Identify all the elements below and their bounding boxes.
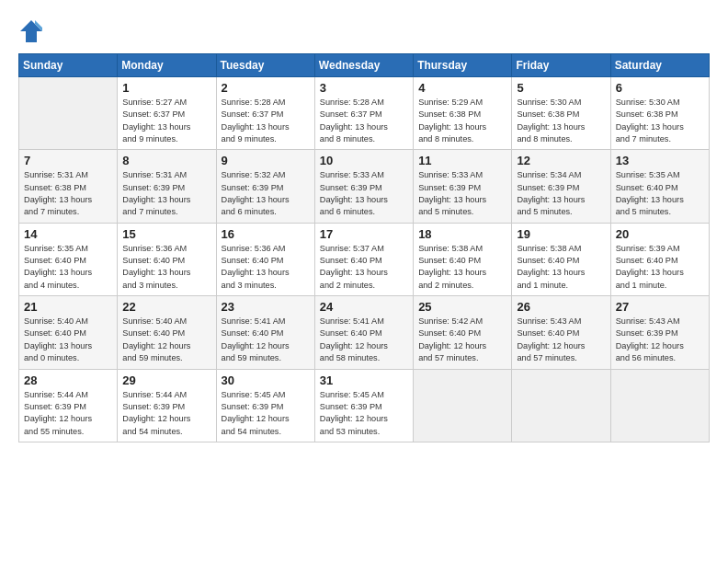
calendar-cell: 30Sunrise: 5:45 AM Sunset: 6:39 PM Dayli… bbox=[216, 369, 314, 442]
calendar-cell: 3Sunrise: 5:28 AM Sunset: 6:37 PM Daylig… bbox=[314, 77, 413, 150]
header-row: SundayMondayTuesdayWednesdayThursdayFrid… bbox=[19, 54, 710, 77]
calendar-cell: 29Sunrise: 5:44 AM Sunset: 6:39 PM Dayli… bbox=[118, 369, 216, 442]
day-info: Sunrise: 5:45 AM Sunset: 6:39 PM Dayligh… bbox=[320, 389, 408, 438]
day-info: Sunrise: 5:39 AM Sunset: 6:40 PM Dayligh… bbox=[616, 243, 704, 292]
calendar-cell: 24Sunrise: 5:41 AM Sunset: 6:40 PM Dayli… bbox=[314, 296, 413, 369]
logo-icon bbox=[18, 18, 44, 44]
calendar-cell bbox=[19, 77, 118, 150]
day-number: 4 bbox=[418, 81, 506, 95]
calendar-cell: 8Sunrise: 5:31 AM Sunset: 6:39 PM Daylig… bbox=[118, 150, 216, 223]
day-info: Sunrise: 5:36 AM Sunset: 6:40 PM Dayligh… bbox=[122, 243, 210, 292]
weekday-header: Monday bbox=[118, 54, 216, 77]
day-info: Sunrise: 5:43 AM Sunset: 6:39 PM Dayligh… bbox=[616, 316, 704, 364]
day-number: 7 bbox=[24, 154, 112, 167]
day-info: Sunrise: 5:30 AM Sunset: 6:38 PM Dayligh… bbox=[517, 97, 605, 145]
day-number: 9 bbox=[222, 154, 310, 167]
day-number: 12 bbox=[517, 154, 605, 167]
day-info: Sunrise: 5:28 AM Sunset: 6:37 PM Dayligh… bbox=[320, 97, 408, 145]
calendar-cell bbox=[414, 369, 512, 442]
day-number: 5 bbox=[517, 81, 605, 95]
calendar-cell: 16Sunrise: 5:36 AM Sunset: 6:40 PM Dayli… bbox=[216, 223, 314, 295]
day-number: 11 bbox=[418, 154, 506, 167]
calendar-table: SundayMondayTuesdayWednesdayThursdayFrid… bbox=[18, 53, 710, 442]
calendar-cell: 4Sunrise: 5:29 AM Sunset: 6:38 PM Daylig… bbox=[414, 77, 512, 150]
day-info: Sunrise: 5:38 AM Sunset: 6:40 PM Dayligh… bbox=[418, 243, 506, 292]
day-info: Sunrise: 5:31 AM Sunset: 6:39 PM Dayligh… bbox=[122, 169, 210, 218]
day-number: 27 bbox=[616, 300, 704, 314]
weekday-header: Wednesday bbox=[314, 54, 413, 77]
day-info: Sunrise: 5:31 AM Sunset: 6:38 PM Dayligh… bbox=[24, 169, 112, 218]
calendar-cell: 15Sunrise: 5:36 AM Sunset: 6:40 PM Dayli… bbox=[118, 223, 216, 295]
calendar-cell: 21Sunrise: 5:40 AM Sunset: 6:40 PM Dayli… bbox=[19, 296, 118, 369]
day-info: Sunrise: 5:29 AM Sunset: 6:38 PM Dayligh… bbox=[418, 97, 506, 145]
day-info: Sunrise: 5:43 AM Sunset: 6:40 PM Dayligh… bbox=[517, 316, 605, 364]
calendar-cell: 27Sunrise: 5:43 AM Sunset: 6:39 PM Dayli… bbox=[610, 296, 709, 369]
calendar-cell: 9Sunrise: 5:32 AM Sunset: 6:39 PM Daylig… bbox=[216, 150, 314, 223]
day-number: 25 bbox=[418, 300, 506, 314]
calendar-cell: 7Sunrise: 5:31 AM Sunset: 6:38 PM Daylig… bbox=[19, 150, 118, 223]
day-info: Sunrise: 5:35 AM Sunset: 6:40 PM Dayligh… bbox=[24, 243, 112, 292]
calendar-week-row: 28Sunrise: 5:44 AM Sunset: 6:39 PM Dayli… bbox=[19, 369, 710, 442]
day-number: 20 bbox=[616, 227, 704, 241]
day-info: Sunrise: 5:30 AM Sunset: 6:38 PM Dayligh… bbox=[616, 97, 704, 145]
svg-marker-0 bbox=[20, 20, 42, 42]
calendar-cell: 10Sunrise: 5:33 AM Sunset: 6:39 PM Dayli… bbox=[314, 150, 413, 223]
day-info: Sunrise: 5:44 AM Sunset: 6:39 PM Dayligh… bbox=[122, 389, 210, 438]
day-info: Sunrise: 5:44 AM Sunset: 6:39 PM Dayligh… bbox=[24, 389, 112, 438]
day-info: Sunrise: 5:45 AM Sunset: 6:39 PM Dayligh… bbox=[222, 389, 310, 438]
day-info: Sunrise: 5:33 AM Sunset: 6:39 PM Dayligh… bbox=[418, 169, 506, 218]
day-info: Sunrise: 5:41 AM Sunset: 6:40 PM Dayligh… bbox=[222, 316, 310, 364]
day-number: 2 bbox=[222, 81, 310, 95]
calendar-cell: 23Sunrise: 5:41 AM Sunset: 6:40 PM Dayli… bbox=[216, 296, 314, 369]
day-info: Sunrise: 5:37 AM Sunset: 6:40 PM Dayligh… bbox=[320, 243, 408, 292]
day-info: Sunrise: 5:34 AM Sunset: 6:39 PM Dayligh… bbox=[517, 169, 605, 218]
weekday-header: Thursday bbox=[414, 54, 512, 77]
calendar-cell: 22Sunrise: 5:40 AM Sunset: 6:40 PM Dayli… bbox=[118, 296, 216, 369]
calendar-cell bbox=[512, 369, 610, 442]
day-number: 28 bbox=[24, 373, 112, 387]
calendar-cell: 25Sunrise: 5:42 AM Sunset: 6:40 PM Dayli… bbox=[414, 296, 512, 369]
calendar-cell: 17Sunrise: 5:37 AM Sunset: 6:40 PM Dayli… bbox=[314, 223, 413, 295]
calendar-cell: 18Sunrise: 5:38 AM Sunset: 6:40 PM Dayli… bbox=[414, 223, 512, 295]
calendar-cell bbox=[610, 369, 709, 442]
day-info: Sunrise: 5:41 AM Sunset: 6:40 PM Dayligh… bbox=[320, 316, 408, 364]
calendar-cell: 5Sunrise: 5:30 AM Sunset: 6:38 PM Daylig… bbox=[512, 77, 610, 150]
calendar-cell: 2Sunrise: 5:28 AM Sunset: 6:37 PM Daylig… bbox=[216, 77, 314, 150]
calendar-week-row: 21Sunrise: 5:40 AM Sunset: 6:40 PM Dayli… bbox=[19, 296, 710, 369]
calendar-cell: 13Sunrise: 5:35 AM Sunset: 6:40 PM Dayli… bbox=[610, 150, 709, 223]
weekday-header: Tuesday bbox=[216, 54, 314, 77]
day-info: Sunrise: 5:27 AM Sunset: 6:37 PM Dayligh… bbox=[122, 97, 210, 145]
weekday-header: Saturday bbox=[610, 54, 709, 77]
day-number: 31 bbox=[320, 373, 408, 387]
day-info: Sunrise: 5:40 AM Sunset: 6:40 PM Dayligh… bbox=[24, 316, 112, 364]
calendar-cell: 31Sunrise: 5:45 AM Sunset: 6:39 PM Dayli… bbox=[314, 369, 413, 442]
day-number: 6 bbox=[616, 81, 704, 95]
calendar-cell: 6Sunrise: 5:30 AM Sunset: 6:38 PM Daylig… bbox=[610, 77, 709, 150]
day-number: 14 bbox=[24, 227, 112, 241]
day-number: 21 bbox=[24, 300, 112, 314]
day-info: Sunrise: 5:28 AM Sunset: 6:37 PM Dayligh… bbox=[222, 97, 310, 145]
day-number: 16 bbox=[222, 227, 310, 241]
day-number: 13 bbox=[616, 154, 704, 167]
day-number: 3 bbox=[320, 81, 408, 95]
day-number: 8 bbox=[122, 154, 210, 167]
day-number: 19 bbox=[517, 227, 605, 241]
day-info: Sunrise: 5:32 AM Sunset: 6:39 PM Dayligh… bbox=[222, 169, 310, 218]
day-number: 1 bbox=[122, 81, 210, 95]
calendar-cell: 28Sunrise: 5:44 AM Sunset: 6:39 PM Dayli… bbox=[19, 369, 118, 442]
day-number: 17 bbox=[320, 227, 408, 241]
day-number: 15 bbox=[122, 227, 210, 241]
day-info: Sunrise: 5:40 AM Sunset: 6:40 PM Dayligh… bbox=[122, 316, 210, 364]
calendar-cell: 14Sunrise: 5:35 AM Sunset: 6:40 PM Dayli… bbox=[19, 223, 118, 295]
calendar-cell: 20Sunrise: 5:39 AM Sunset: 6:40 PM Dayli… bbox=[610, 223, 709, 295]
day-number: 24 bbox=[320, 300, 408, 314]
day-info: Sunrise: 5:33 AM Sunset: 6:39 PM Dayligh… bbox=[320, 169, 408, 218]
day-number: 18 bbox=[418, 227, 506, 241]
calendar-week-row: 1Sunrise: 5:27 AM Sunset: 6:37 PM Daylig… bbox=[19, 77, 710, 150]
logo bbox=[18, 18, 46, 44]
page: SundayMondayTuesdayWednesdayThursdayFrid… bbox=[0, 0, 728, 454]
calendar-cell: 26Sunrise: 5:43 AM Sunset: 6:40 PM Dayli… bbox=[512, 296, 610, 369]
calendar-cell: 19Sunrise: 5:38 AM Sunset: 6:40 PM Dayli… bbox=[512, 223, 610, 295]
day-info: Sunrise: 5:35 AM Sunset: 6:40 PM Dayligh… bbox=[616, 169, 704, 218]
day-number: 10 bbox=[320, 154, 408, 167]
